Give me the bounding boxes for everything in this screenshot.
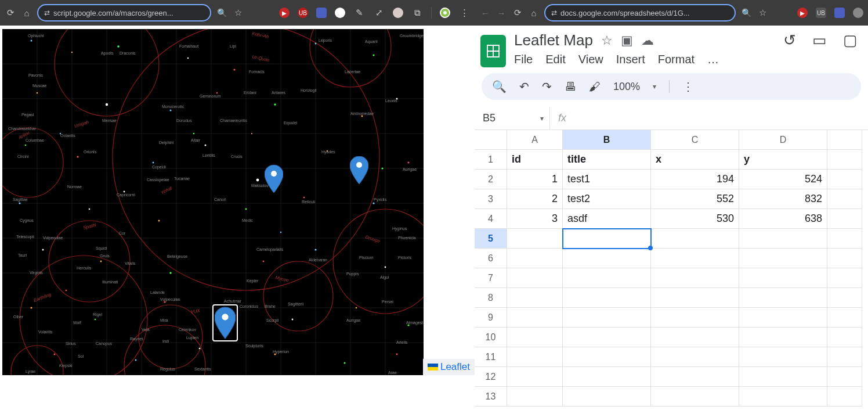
kebab-menu-icon[interactable]: ⋮ (458, 7, 470, 19)
comments-icon[interactable]: ▭ (812, 31, 827, 49)
ext-7-icon[interactable] (393, 8, 403, 18)
cell[interactable] (827, 150, 862, 170)
row-header[interactable]: 4 (475, 209, 507, 229)
cell[interactable] (827, 189, 862, 209)
cell[interactable] (827, 387, 862, 407)
cell[interactable] (651, 229, 739, 249)
ext-5-icon[interactable]: ✎ (353, 7, 365, 19)
col-header-extra[interactable] (827, 130, 862, 150)
cell[interactable] (827, 249, 862, 268)
menu-more[interactable]: … (707, 53, 719, 66)
map-viewport[interactable]: Kohr-Ah Ur-Quan Umgah Arilou Spathi Druu… (0, 26, 475, 410)
cell[interactable] (651, 288, 739, 308)
menu-insert[interactable]: Insert (616, 53, 645, 66)
cell[interactable]: title (563, 150, 651, 170)
cell[interactable]: 832 (739, 189, 827, 209)
cell[interactable] (827, 328, 862, 347)
leaflet-attribution[interactable]: Leaflet (423, 359, 475, 375)
cell[interactable] (827, 268, 862, 288)
cell[interactable] (563, 308, 651, 328)
back-icon[interactable]: ← (479, 7, 491, 19)
cell[interactable]: y (739, 150, 827, 170)
cell[interactable] (739, 288, 827, 308)
cell[interactable] (507, 268, 563, 288)
col-header-A[interactable]: A (507, 130, 563, 150)
row-header[interactable]: 13 (475, 387, 507, 407)
ext-3-icon[interactable] (316, 8, 327, 18)
cell[interactable] (827, 367, 862, 387)
cell[interactable] (827, 229, 862, 249)
sheets-logo-icon[interactable] (480, 35, 506, 67)
row-header[interactable]: 1 (475, 150, 507, 170)
cell[interactable]: id (507, 150, 563, 170)
cell[interactable] (827, 308, 862, 328)
ext-4-icon[interactable] (853, 8, 863, 18)
cell[interactable] (507, 249, 563, 268)
name-box[interactable]: B5 ▾ (475, 107, 550, 130)
cell[interactable] (739, 268, 827, 288)
select-all-corner[interactable] (475, 130, 507, 150)
home-icon[interactable]: ⌂ (528, 7, 540, 19)
cell[interactable]: 194 (651, 170, 739, 189)
cell[interactable] (827, 170, 862, 189)
ext-1-icon[interactable]: ▶ (797, 8, 808, 18)
star-icon[interactable]: ☆ (232, 7, 244, 19)
ext-2-icon[interactable]: UB (298, 8, 308, 18)
col-header-B[interactable]: B (563, 130, 651, 150)
cell[interactable]: asdf (563, 209, 651, 229)
cell[interactable] (507, 328, 563, 347)
cell[interactable] (507, 288, 563, 308)
cell[interactable] (651, 249, 739, 268)
address-bar-left[interactable]: ⇄ script.google.com/a/macros/green... (37, 4, 211, 21)
undo-icon[interactable]: ↶ (519, 80, 529, 93)
map-marker[interactable] (265, 165, 283, 193)
cell[interactable] (739, 387, 827, 407)
cell[interactable]: 1 (507, 170, 563, 189)
zoom-level[interactable]: 100% (613, 81, 640, 93)
reload-icon[interactable]: ⟳ (5, 7, 16, 19)
move-doc-icon[interactable]: ▣ (621, 33, 633, 48)
ext-1-icon[interactable]: ▶ (279, 8, 290, 18)
cell[interactable] (563, 268, 651, 288)
cell[interactable] (739, 328, 827, 347)
cell[interactable] (651, 328, 739, 347)
cell[interactable] (739, 249, 827, 268)
menu-file[interactable]: File (514, 53, 533, 66)
history-icon[interactable]: ↺ (783, 31, 796, 49)
cell[interactable] (563, 347, 651, 367)
row-header[interactable]: 9 (475, 308, 507, 328)
row-header[interactable]: 5 (475, 229, 507, 249)
ext-2-icon[interactable]: UB (816, 8, 826, 18)
cell[interactable] (563, 328, 651, 347)
leaflet-map-canvas[interactable]: Kohr-Ah Ur-Quan Umgah Arilou Spathi Druu… (2, 29, 424, 375)
extensions-icon[interactable]: ⧉ (411, 7, 423, 19)
cell[interactable] (507, 308, 563, 328)
cell[interactable] (651, 387, 739, 407)
meet-icon[interactable]: ▢ (843, 31, 858, 49)
cell[interactable] (507, 347, 563, 367)
row-header[interactable]: 12 (475, 367, 507, 387)
print-icon[interactable]: 🖶 (565, 80, 576, 93)
row-header[interactable]: 11 (475, 347, 507, 367)
profile-avatar[interactable] (440, 8, 450, 18)
cell[interactable] (563, 367, 651, 387)
menu-format[interactable]: Format (658, 53, 695, 66)
ext-3-icon[interactable] (834, 8, 845, 18)
cell[interactable] (507, 367, 563, 387)
col-header-D[interactable]: D (739, 130, 827, 150)
search-icon[interactable]: 🔍 (492, 80, 507, 93)
paint-format-icon[interactable]: 🖌 (589, 80, 601, 93)
cell[interactable]: 530 (651, 209, 739, 229)
cell[interactable] (651, 347, 739, 367)
site-info-icon[interactable]: ⇄ (551, 9, 557, 17)
name-box-dropdown-icon[interactable]: ▾ (540, 114, 544, 123)
cell[interactable]: 552 (651, 189, 739, 209)
cell[interactable] (651, 268, 739, 288)
row-header[interactable]: 3 (475, 189, 507, 209)
redo-icon[interactable]: ↷ (542, 80, 552, 93)
ext-6-icon[interactable]: ⤢ (373, 7, 385, 19)
cell[interactable] (739, 229, 827, 249)
site-info-icon[interactable]: ⇄ (44, 9, 50, 17)
cell[interactable] (827, 288, 862, 308)
menu-view[interactable]: View (578, 53, 603, 66)
